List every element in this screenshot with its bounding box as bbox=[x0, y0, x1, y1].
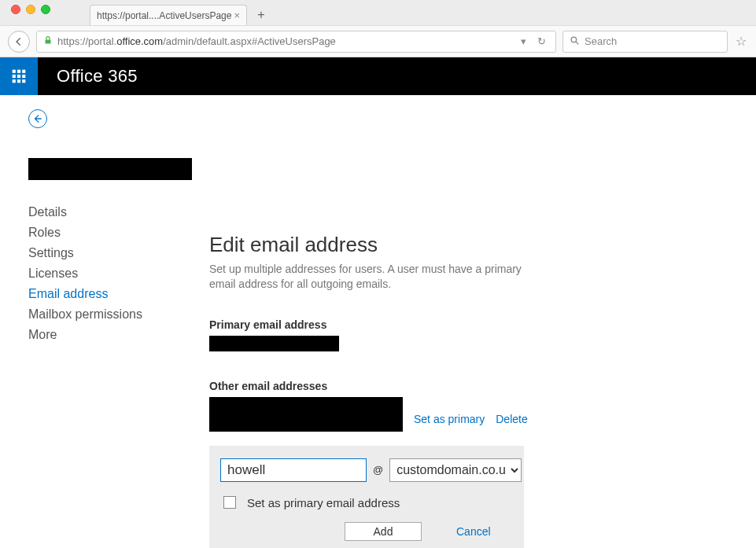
reload-icon[interactable]: ↻ bbox=[534, 35, 549, 47]
svg-rect-0 bbox=[46, 40, 51, 44]
svg-point-1 bbox=[571, 37, 577, 42]
svg-rect-6 bbox=[13, 75, 16, 78]
set-primary-checkbox[interactable] bbox=[223, 496, 236, 509]
add-alias-panel: @ customdomain.co.uk Set as primary emai… bbox=[209, 446, 524, 548]
nav-item-roles[interactable]: Roles bbox=[28, 224, 194, 241]
alias-input-row: @ customdomain.co.uk bbox=[220, 458, 513, 482]
set-primary-checkbox-label: Set as primary email address bbox=[247, 496, 400, 509]
lock-icon bbox=[43, 35, 53, 48]
tab-close-icon[interactable]: × bbox=[234, 9, 240, 21]
url-host: office.com bbox=[116, 35, 163, 47]
search-icon bbox=[570, 35, 580, 48]
browser-back-button[interactable] bbox=[8, 31, 30, 53]
window-controls bbox=[6, 5, 58, 20]
nav-item-details[interactable]: Details bbox=[28, 204, 194, 221]
main-column: Edit email address Set up multiple addre… bbox=[209, 158, 532, 548]
browser-toolbar: https://portal.office.com/admin/default.… bbox=[0, 25, 756, 57]
svg-rect-8 bbox=[22, 75, 25, 78]
o365-header: Office 365 bbox=[0, 57, 756, 95]
new-tab-button[interactable]: + bbox=[252, 6, 271, 24]
page-body: Details Roles Settings Licenses Email ad… bbox=[0, 144, 756, 548]
browser-chrome: https://portal....ActiveUsersPage × + ht… bbox=[0, 0, 756, 57]
svg-rect-4 bbox=[17, 70, 20, 73]
search-placeholder: Search bbox=[585, 35, 617, 47]
arrow-left-icon bbox=[13, 36, 24, 47]
delete-link[interactable]: Delete bbox=[496, 413, 527, 432]
add-panel-buttons: Add Cancel bbox=[220, 522, 513, 541]
other-email-label: Other email addresses bbox=[209, 380, 532, 392]
add-button[interactable]: Add bbox=[345, 522, 422, 541]
domain-select[interactable]: customdomain.co.uk bbox=[389, 458, 522, 482]
other-email-row: Set as primary Delete bbox=[209, 397, 532, 432]
primary-email-label: Primary email address bbox=[209, 318, 532, 331]
svg-rect-10 bbox=[17, 79, 20, 83]
other-email-value-redacted bbox=[209, 397, 403, 432]
nav-item-licenses[interactable]: Licenses bbox=[28, 265, 194, 282]
waffle-icon bbox=[11, 68, 27, 84]
window-close-icon[interactable] bbox=[11, 5, 20, 14]
arrow-left-icon bbox=[32, 113, 43, 124]
url-text: https://portal.office.com/admin/default.… bbox=[57, 35, 513, 47]
set-as-primary-link[interactable]: Set as primary bbox=[414, 413, 485, 432]
svg-rect-9 bbox=[13, 79, 16, 83]
at-sign: @ bbox=[373, 464, 383, 476]
user-display-name-redacted bbox=[28, 158, 192, 180]
url-dropdown-icon[interactable]: ▾ bbox=[518, 35, 529, 47]
nav-item-more[interactable]: More bbox=[28, 326, 194, 344]
app-launcher-button[interactable] bbox=[0, 57, 38, 95]
page-back-button[interactable] bbox=[28, 109, 47, 128]
url-prefix: https://portal. bbox=[57, 35, 116, 47]
url-bar[interactable]: https://portal.office.com/admin/default.… bbox=[36, 31, 556, 53]
svg-rect-3 bbox=[13, 70, 16, 73]
url-path: /admin/default.aspx#ActiveUsersPage bbox=[163, 35, 336, 47]
cancel-link[interactable]: Cancel bbox=[456, 525, 491, 538]
svg-line-2 bbox=[576, 42, 578, 44]
primary-email-value-redacted bbox=[209, 336, 339, 351]
brand-title: Office 365 bbox=[57, 66, 138, 86]
page-description: Set up multiple addresses for users. A u… bbox=[209, 262, 532, 292]
svg-rect-7 bbox=[17, 75, 20, 78]
tab-title: https://portal....ActiveUsersPage bbox=[97, 10, 231, 21]
page-title: Edit email address bbox=[209, 233, 532, 257]
nav-item-mailbox-permissions[interactable]: Mailbox permissions bbox=[28, 306, 194, 323]
svg-rect-11 bbox=[22, 79, 25, 83]
set-primary-checkbox-row: Set as primary email address bbox=[220, 496, 513, 509]
browser-search-bar[interactable]: Search bbox=[562, 31, 728, 53]
alias-input[interactable] bbox=[220, 458, 367, 482]
window-minimize-icon[interactable] bbox=[26, 5, 35, 14]
side-nav: Details Roles Settings Licenses Email ad… bbox=[28, 204, 194, 344]
window-zoom-icon[interactable] bbox=[41, 5, 50, 14]
svg-rect-5 bbox=[22, 70, 25, 73]
browser-tab[interactable]: https://portal....ActiveUsersPage × bbox=[90, 5, 247, 25]
tab-strip: https://portal....ActiveUsersPage × + bbox=[0, 0, 756, 25]
nav-item-settings[interactable]: Settings bbox=[28, 245, 194, 262]
bookmark-star-icon[interactable]: ☆ bbox=[734, 34, 748, 49]
left-column: Details Roles Settings Licenses Email ad… bbox=[28, 158, 194, 548]
nav-item-email-address[interactable]: Email address bbox=[28, 285, 194, 303]
